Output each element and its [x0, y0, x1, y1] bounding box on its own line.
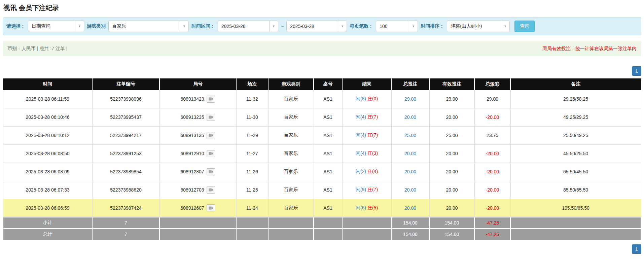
- result-player: 闲(4): [356, 114, 366, 120]
- cell-total-bet[interactable]: 20.00: [391, 108, 429, 126]
- cell-time: 2025-03-28 06:07:33: [3, 181, 92, 199]
- summary-currency-count: 币别：人民币 | 总共 :7 注单 |: [7, 46, 67, 52]
- cell-remark: 85.50/65.50: [510, 181, 641, 199]
- cell-session: 11-32: [236, 90, 268, 108]
- result-banker: 庄(7): [367, 187, 378, 192]
- cell-total-bet[interactable]: 29.00: [391, 90, 429, 108]
- page-button[interactable]: 1: [632, 66, 641, 76]
- cell-valid-bet: 20.00: [429, 181, 474, 199]
- table-row[interactable]: 2025-03-28 06:07:33 522373988620 6089127…: [3, 181, 641, 199]
- header-valid-bet: 有效投注: [429, 78, 474, 90]
- sort-label: 时间排序：: [421, 23, 444, 29]
- cell-round-id: 608913235: [159, 108, 236, 126]
- page-button[interactable]: 1: [632, 244, 641, 254]
- cell-result: 闲(4) 庄(7): [342, 108, 391, 126]
- date-from-value: 2025-03-28: [218, 24, 249, 29]
- total-valid-bet: 154.00: [429, 229, 474, 240]
- page: 视讯 会员下注纪录 请选择： 日期查询 ▼ 游戏类别 百家乐 ▼ 时间区间： 2…: [0, 0, 644, 254]
- total-row: 总计 7 154.00 154.00 -47.25: [3, 229, 641, 240]
- sort-select[interactable]: 降冪(由大到小) ▼: [447, 21, 510, 32]
- video-icon[interactable]: [207, 168, 215, 175]
- cell-total-bet[interactable]: 20.00: [391, 181, 429, 199]
- cell-valid-bet: 20.00: [429, 108, 474, 126]
- header-session: 场次: [236, 78, 268, 90]
- cell-result: 闲(6) 庄(5): [342, 199, 391, 217]
- date-to-select[interactable]: 2025-03-28 ▼: [286, 21, 347, 32]
- header-bet-id: 注单编号: [92, 78, 159, 90]
- cell-game-type: 百家乐: [268, 108, 314, 126]
- header-time: 时间: [3, 78, 92, 90]
- cell-payout: -20.00: [474, 144, 510, 163]
- subtotal-total-bet: 154.00: [391, 217, 429, 229]
- cell-total-bet[interactable]: 20.00: [391, 199, 429, 217]
- cell-table-no: AS1: [314, 126, 342, 144]
- query-type-label: 请选择：: [6, 23, 25, 29]
- table-row[interactable]: 2025-03-28 06:06:59 522373987424 6089126…: [3, 199, 641, 217]
- table-footer: 小计 7 154.00 154.00 -47.25 总计 7 154.00 15…: [3, 217, 641, 240]
- cell-game-type: 百家乐: [268, 199, 314, 217]
- video-icon[interactable]: [207, 114, 215, 121]
- video-icon[interactable]: [207, 204, 215, 211]
- chevron-down-icon: ▼: [269, 21, 278, 32]
- cell-table-no: AS1: [314, 90, 342, 108]
- cell-bet-id: 522373991253: [92, 144, 159, 163]
- table-row[interactable]: 2025-03-28 06:11:59 522373998096 6089134…: [3, 90, 641, 108]
- cell-session: 11-25: [236, 181, 268, 199]
- chevron-down-icon: ▼: [409, 21, 418, 32]
- table-row[interactable]: 2025-03-28 06:08:50 522373991253 6089129…: [3, 144, 641, 163]
- cell-result: 闲(4) 庄(7): [342, 126, 391, 144]
- page-size-select[interactable]: 100 ▼: [376, 21, 418, 32]
- cell-total-bet[interactable]: 20.00: [391, 144, 429, 163]
- cell-bet-id: 522373987424: [92, 199, 159, 217]
- cell-remark: 65.50/45.50: [510, 163, 641, 181]
- video-icon[interactable]: [207, 150, 215, 157]
- cell-game-type: 百家乐: [268, 126, 314, 144]
- sort-value: 降冪(由大到小): [447, 23, 485, 29]
- cell-result: 闲(8) 庄(0): [342, 90, 391, 108]
- header-total-bet: 总投注: [391, 78, 429, 90]
- table-row[interactable]: 2025-03-28 06:08:09 522373989854 6089128…: [3, 163, 641, 181]
- cell-game-type: 百家乐: [268, 163, 314, 181]
- table-row[interactable]: 2025-03-28 06:10:12 522373994217 6089131…: [3, 126, 641, 144]
- cell-time: 2025-03-28 06:11:59: [3, 90, 92, 108]
- chevron-down-icon: ▼: [501, 21, 509, 32]
- table-header: 时间 注单编号 局号 场次 游戏类别 桌号 结果 总投注 有效投注 总派彩 备注: [3, 78, 641, 90]
- cell-session: 11-24: [236, 199, 268, 217]
- cell-remark: 105.50/85.50: [510, 199, 641, 217]
- total-payout: -47.25: [474, 229, 510, 240]
- round-id-value: 608913135: [180, 133, 204, 138]
- subtotal-valid-bet: 154.00: [429, 217, 474, 229]
- cell-total-bet[interactable]: 25.00: [391, 126, 429, 144]
- search-button[interactable]: 查询: [514, 21, 535, 32]
- round-id-value: 608912910: [180, 151, 204, 156]
- cell-total-bet[interactable]: 20.00: [391, 163, 429, 181]
- cell-time: 2025-03-28 06:06:59: [3, 199, 92, 217]
- cell-bet-id: 522373994217: [92, 126, 159, 144]
- table-row[interactable]: 2025-03-28 06:10:46 522373995437 6089132…: [3, 108, 641, 126]
- date-from-select[interactable]: 2025-03-28 ▼: [218, 21, 278, 32]
- video-icon[interactable]: [207, 186, 215, 194]
- cell-session: 11-27: [236, 144, 268, 163]
- cell-game-type: 百家乐: [268, 144, 314, 163]
- cell-valid-bet: 20.00: [429, 199, 474, 217]
- cell-table-no: AS1: [314, 163, 342, 181]
- cell-payout: -20.00: [474, 181, 510, 199]
- cell-remark: 25.50/49.25: [510, 126, 641, 144]
- cell-round-id: 608912807: [159, 163, 236, 181]
- cell-valid-bet: 25.00: [429, 126, 474, 144]
- result-banker: 庄(5): [367, 205, 378, 210]
- game-type-select[interactable]: 百家乐 ▼: [108, 21, 189, 32]
- cell-remark: 49.25/29.25: [510, 108, 641, 126]
- cell-round-id: 608913135: [159, 126, 236, 144]
- cell-valid-bet: 29.00: [429, 90, 474, 108]
- query-type-select[interactable]: 日期查询 ▼: [28, 21, 84, 32]
- cell-bet-id: 522373998096: [92, 90, 159, 108]
- cell-valid-bet: 20.00: [429, 163, 474, 181]
- video-icon[interactable]: [207, 96, 215, 103]
- chevron-down-icon: ▼: [75, 21, 84, 32]
- cell-payout: -20.00: [474, 163, 510, 181]
- cell-game-type: 百家乐: [268, 181, 314, 199]
- video-icon[interactable]: [207, 132, 215, 139]
- cell-valid-bet: 20.00: [429, 144, 474, 163]
- summary-bar: 币别：人民币 | 总共 :7 注单 | 同局有效投注，统一计算在该局第一张注单内: [3, 41, 641, 56]
